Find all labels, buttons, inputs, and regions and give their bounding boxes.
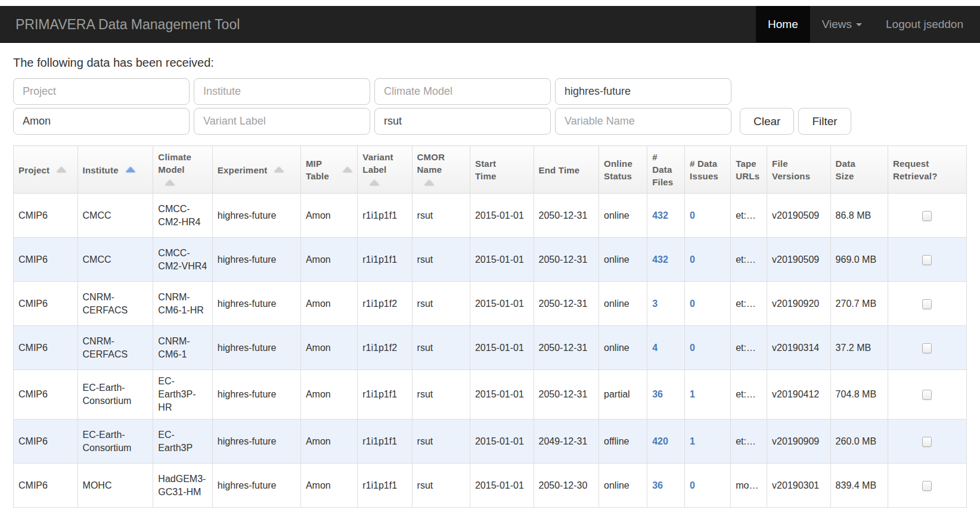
table-row: CMIP6CMCCCMCC-CM2-HR4highres-futureAmonr… [14, 194, 967, 238]
data-issues-link[interactable]: 0 [690, 299, 695, 309]
cell-data-issues: 0 [685, 238, 731, 282]
request-retrieval-checkbox[interactable] [922, 211, 932, 221]
cell-experiment: highres-future [212, 326, 300, 370]
cell-institute: EC-Earth-Consortium [77, 420, 153, 464]
cell-experiment: highres-future [212, 420, 300, 464]
cell-mip-table: Amon [300, 326, 357, 370]
col-header-cmor-name[interactable]: CMOR Name [412, 146, 470, 194]
request-retrieval-checkbox[interactable] [922, 343, 932, 353]
col-header-label: Project [18, 164, 49, 176]
cell-data-files: 3 [647, 282, 685, 326]
cell-institute: CMCC [77, 194, 153, 238]
data-issues-link[interactable]: 0 [690, 343, 695, 353]
mip-table-filter-input[interactable] [13, 108, 190, 135]
table-row: CMIP6EC-Earth-ConsortiumEC-Earth3Phighre… [14, 420, 967, 464]
cell-data-issues: 0 [685, 326, 731, 370]
cell-variant-label: r1i1p1f1 [358, 194, 412, 238]
cell-file-versions: v20190509 [767, 238, 831, 282]
cell-project: CMIP6 [14, 464, 78, 508]
nav-item-views[interactable]: Views [810, 6, 874, 42]
col-header-variant-label[interactable]: Variant Label [358, 146, 412, 194]
cell-experiment: highres-future [212, 282, 300, 326]
request-retrieval-checkbox[interactable] [922, 481, 932, 491]
request-retrieval-checkbox[interactable] [922, 437, 932, 447]
col-header-institute[interactable]: Institute [77, 146, 153, 194]
cell-online-status: offline [599, 420, 647, 464]
cell-climate-model: EC-Earth3P [153, 420, 212, 464]
col-header-climate-model[interactable]: Climate Model [153, 146, 212, 194]
data-issues-link[interactable]: 0 [690, 254, 695, 265]
data-files-link[interactable]: 432 [652, 210, 668, 220]
clear-button[interactable]: Clear [740, 108, 794, 135]
nav-item-views-label: Views [822, 18, 852, 30]
request-retrieval-checkbox[interactable] [922, 255, 932, 265]
cell-tape-urls: et:… [731, 370, 767, 420]
cell-mip-table: Amon [300, 420, 357, 464]
cell-online-status: online [599, 282, 647, 326]
cell-start-time: 2015-01-01 [470, 420, 534, 464]
data-issues-link[interactable]: 1 [690, 436, 695, 446]
variable-name-filter-input[interactable] [555, 108, 731, 135]
data-files-link[interactable]: 36 [652, 389, 663, 399]
nav-item-logout[interactable]: Logout jseddon [874, 6, 975, 42]
table-row: CMIP6CNRM-CERFACSCNRM-CM6-1-HRhighres-fu… [14, 282, 967, 326]
data-issues-link[interactable]: 0 [690, 480, 695, 490]
cell-data-issues: 0 [685, 464, 731, 508]
cell-project: CMIP6 [14, 194, 78, 238]
cell-request-retrieval [888, 282, 966, 326]
cell-request-retrieval [888, 370, 966, 420]
col-header-experiment[interactable]: Experiment [212, 146, 300, 194]
received-data-table: ProjectInstituteClimate ModelExperimentM… [13, 145, 967, 508]
data-files-link[interactable]: 420 [652, 436, 668, 446]
data-files-link[interactable]: 4 [652, 343, 658, 353]
climate-model-filter-input[interactable] [374, 78, 551, 105]
sort-icon [274, 167, 284, 172]
data-files-link[interactable]: 432 [652, 254, 668, 265]
cell-climate-model: CMCC-CM2-VHR4 [153, 238, 212, 282]
col-header-label: # Data Issues [690, 157, 721, 182]
data-issues-link[interactable]: 0 [690, 210, 695, 220]
filter-form: Clear Filter [13, 78, 967, 135]
nav-menu: Home Views Logout jseddon [756, 6, 975, 42]
variant-label-filter-input[interactable] [194, 108, 370, 135]
cell-experiment: highres-future [212, 464, 300, 508]
col-header-project[interactable]: Project [14, 146, 78, 194]
cmor-name-filter-input[interactable] [374, 108, 551, 135]
cell-data-size: 969.0 MB [830, 238, 888, 282]
data-files-link[interactable]: 36 [652, 480, 663, 490]
filter-button[interactable]: Filter [798, 108, 851, 135]
cell-request-retrieval [888, 194, 966, 238]
cell-experiment: highres-future [212, 238, 300, 282]
col-header-label: End Time [539, 164, 580, 176]
cell-data-issues: 0 [685, 194, 731, 238]
cell-climate-model: CNRM-CM6-1-HR [153, 282, 212, 326]
data-issues-link[interactable]: 1 [690, 389, 695, 399]
cell-mip-table: Amon [300, 464, 357, 508]
table-header-row: ProjectInstituteClimate ModelExperimentM… [14, 146, 967, 194]
cell-institute: CMCC [77, 238, 153, 282]
cell-online-status: partial [599, 370, 647, 420]
project-filter-input[interactable] [13, 78, 190, 105]
experiment-filter-input[interactable] [555, 78, 731, 105]
cell-end-time: 2050-12-31 [534, 194, 599, 238]
cell-climate-model: EC-Earth3P-HR [153, 370, 212, 420]
nav-item-home[interactable]: Home [756, 6, 810, 42]
request-retrieval-checkbox[interactable] [922, 299, 932, 309]
cell-start-time: 2015-01-01 [470, 238, 534, 282]
col-header-mip-table[interactable]: MIP Table [300, 146, 357, 194]
col-header-file-versions: File Versions [767, 146, 831, 194]
table-row: CMIP6MOHCHadGEM3-GC31-HMhighres-futureAm… [14, 464, 967, 508]
cell-end-time: 2049-12-31 [534, 420, 599, 464]
cell-data-files: 432 [647, 238, 685, 282]
cell-climate-model: CMCC-CM2-HR4 [153, 194, 212, 238]
institute-filter-input[interactable] [194, 78, 370, 105]
cell-online-status: online [599, 464, 647, 508]
data-files-link[interactable]: 3 [652, 299, 658, 309]
cell-file-versions: v20190509 [767, 194, 831, 238]
cell-start-time: 2015-01-01 [470, 370, 534, 420]
cell-mip-table: Amon [300, 194, 357, 238]
request-retrieval-checkbox[interactable] [922, 390, 932, 400]
cell-data-issues: 1 [685, 420, 731, 464]
col-header-label: Start Time [475, 157, 501, 182]
cell-institute: EC-Earth-Consortium [77, 370, 153, 420]
